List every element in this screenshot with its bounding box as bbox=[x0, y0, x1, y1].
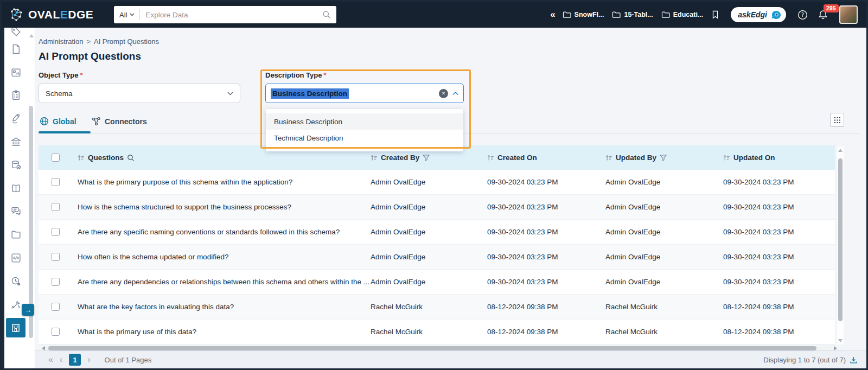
scrollbar-thumb[interactable] bbox=[48, 346, 816, 350]
description-type-option[interactable]: Technical Description bbox=[266, 130, 463, 146]
question-cell[interactable]: What is the primary use of this data? bbox=[78, 328, 371, 336]
bookmark-icon[interactable] bbox=[711, 10, 719, 19]
svg-text:?: ? bbox=[801, 12, 804, 18]
filter-funnel-icon[interactable] bbox=[660, 155, 667, 161]
ovaledge-logo[interactable]: OVALEDGE bbox=[9, 8, 93, 22]
scroll-left-arrow[interactable] bbox=[42, 346, 45, 350]
top-navbar: OVALEDGE All Explore Data « SnowFl... 15… bbox=[2, 2, 866, 28]
help-icon[interactable]: ? bbox=[797, 10, 808, 20]
pinned-tab-15-tables[interactable]: 15-Tabl... bbox=[612, 11, 653, 18]
sidebar-item-data-quality[interactable] bbox=[10, 107, 22, 130]
navbar-right-cluster: « SnowFl... 15-Tabl... Educati... askEdg… bbox=[550, 2, 858, 28]
question-cell[interactable]: What are the key factors in evaluating t… bbox=[78, 303, 371, 311]
required-asterisk: * bbox=[324, 71, 327, 79]
updated-by-cell: Rachel McGuirk bbox=[605, 303, 723, 311]
breadcrumb-administration[interactable]: Administration bbox=[39, 37, 83, 46]
filter-funnel-icon[interactable] bbox=[423, 155, 430, 161]
next-page-button[interactable]: › bbox=[87, 355, 90, 364]
chevron-down-icon bbox=[130, 13, 135, 16]
object-type-select[interactable]: Schema bbox=[39, 84, 240, 103]
search-scope-dropdown[interactable]: All bbox=[119, 11, 139, 19]
header-created-by[interactable]: Created By bbox=[371, 154, 487, 162]
row-checkbox[interactable] bbox=[52, 253, 60, 261]
connectors-icon bbox=[92, 117, 101, 126]
row-checkbox[interactable] bbox=[52, 328, 60, 336]
global-search-bar[interactable]: All Explore Data bbox=[114, 6, 336, 23]
sidebar-item-glossary[interactable] bbox=[10, 177, 22, 200]
clear-selection-icon[interactable]: ✕ bbox=[439, 89, 448, 98]
search-icon[interactable] bbox=[322, 10, 331, 19]
sidebar-item-catalog[interactable] bbox=[10, 37, 22, 61]
collapse-tabs-chevrons[interactable]: « bbox=[550, 9, 555, 20]
header-created-on[interactable]: Created On bbox=[487, 154, 605, 162]
column-settings-button[interactable] bbox=[830, 113, 844, 127]
chevron-up-icon[interactable] bbox=[452, 92, 458, 95]
grid-dots-icon bbox=[834, 117, 841, 124]
pinned-tab-snowflake[interactable]: SnowFl... bbox=[563, 11, 604, 18]
column-search-icon[interactable] bbox=[127, 154, 135, 162]
sort-icon[interactable] bbox=[371, 155, 378, 161]
row-checkbox[interactable] bbox=[52, 228, 60, 236]
app-window: OVALEDGE All Explore Data « SnowFl... 15… bbox=[0, 0, 868, 370]
table-row: Are there any specific naming convention… bbox=[39, 220, 835, 245]
sidebar-item-projects[interactable] bbox=[10, 84, 22, 107]
sidebar-expand-button[interactable]: → bbox=[22, 304, 34, 316]
sidebar-item-collaboration[interactable] bbox=[10, 200, 22, 224]
header-questions[interactable]: Questions bbox=[78, 154, 371, 162]
sidebar-item-governance[interactable] bbox=[10, 130, 22, 154]
sort-icon[interactable] bbox=[723, 155, 730, 161]
tab-connectors[interactable]: Connectors bbox=[92, 117, 147, 126]
sidebar-item-query-sheets[interactable] bbox=[10, 246, 22, 270]
row-checkbox[interactable] bbox=[52, 203, 60, 211]
sidebar-item-jobs[interactable] bbox=[10, 270, 22, 293]
scroll-up-arrow[interactable] bbox=[838, 149, 843, 152]
sort-icon[interactable] bbox=[78, 155, 85, 161]
description-type-combobox[interactable]: Business Description ✕ bbox=[265, 84, 464, 103]
row-checkbox[interactable] bbox=[52, 303, 60, 311]
question-cell[interactable]: What is the primary purpose of this sche… bbox=[78, 178, 371, 186]
row-checkbox[interactable] bbox=[52, 178, 60, 186]
bank-icon bbox=[10, 136, 22, 148]
table-vertical-scrollbar[interactable] bbox=[837, 146, 844, 345]
scroll-down-arrow[interactable] bbox=[838, 339, 843, 342]
row-checkbox[interactable] bbox=[52, 278, 60, 286]
tools-icon bbox=[10, 299, 22, 310]
sidebar-item-data-catalog-db[interactable] bbox=[10, 154, 22, 177]
updated-by-cell: Admin OvalEdge bbox=[605, 253, 723, 261]
sort-icon[interactable] bbox=[605, 155, 612, 161]
notifications-button[interactable]: 295 bbox=[818, 10, 828, 20]
chevron-down-icon bbox=[227, 92, 233, 95]
sidebar-item-reports[interactable] bbox=[10, 61, 22, 84]
previous-page-button[interactable]: ‹ bbox=[60, 355, 62, 364]
tab-global[interactable]: Global bbox=[40, 117, 76, 126]
scrollbar-thumb[interactable] bbox=[29, 106, 33, 338]
updated-by-cell: Admin OvalEdge bbox=[605, 178, 723, 186]
description-type-option[interactable]: Business Description bbox=[266, 113, 463, 130]
selected-value-highlighted: Business Description bbox=[271, 88, 349, 99]
sort-icon[interactable] bbox=[487, 155, 494, 161]
search-input[interactable]: Explore Data bbox=[145, 11, 322, 19]
pagination-footer: « ‹ 1 › Out of 1 Pages Displaying 1 to 7… bbox=[35, 350, 866, 368]
user-avatar[interactable] bbox=[839, 5, 858, 24]
download-icon[interactable] bbox=[850, 356, 858, 364]
header-updated-by[interactable]: Updated By bbox=[605, 154, 723, 162]
updated-on-cell: 09-30-2024 03:23 PM bbox=[723, 228, 835, 236]
askedgi-button[interactable]: askEdgi bbox=[731, 7, 786, 22]
globe-icon bbox=[40, 117, 49, 126]
select-all-checkbox[interactable] bbox=[52, 154, 60, 162]
sidebar-item-tools[interactable] bbox=[10, 293, 22, 316]
question-cell[interactable]: Are there any dependencies or relationsh… bbox=[78, 278, 371, 286]
question-cell[interactable]: How is the schema structured to support … bbox=[78, 203, 371, 211]
header-updated-on[interactable]: Updated On bbox=[723, 154, 835, 162]
scroll-up-arrow[interactable] bbox=[29, 34, 34, 37]
pinned-tab-education[interactable]: Educati... bbox=[661, 11, 704, 18]
question-cell[interactable]: Are there any specific naming convention… bbox=[78, 228, 371, 236]
created-on-cell: 09-30-2024 03:23 PM bbox=[487, 178, 605, 186]
first-page-button[interactable]: « bbox=[48, 355, 53, 364]
current-page-button[interactable]: 1 bbox=[69, 354, 81, 366]
question-cell[interactable]: How often is the schema updated or modif… bbox=[78, 253, 371, 261]
scroll-right-arrow[interactable] bbox=[834, 346, 837, 350]
sidebar-item-administration[interactable] bbox=[6, 316, 25, 340]
scrollbar-thumb[interactable] bbox=[838, 158, 843, 321]
sidebar-item-files[interactable] bbox=[10, 223, 22, 246]
